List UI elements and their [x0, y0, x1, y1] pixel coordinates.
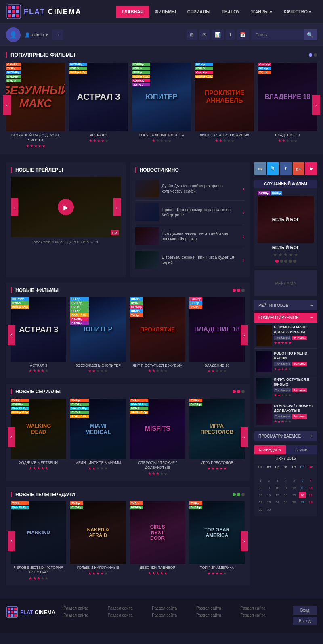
cal-day[interactable]: 20: [299, 492, 306, 498]
film-card[interactable]: Cam-rip HD-rip TV-rip ВЛАДЕНИЕ 18 ВЛАДЕН…: [189, 297, 245, 373]
cal-day[interactable]: 10: [274, 485, 281, 491]
footer-link[interactable]: Раздел сайта: [63, 606, 108, 610]
calendar-tab[interactable]: КАЛЕНДАРЬ: [254, 445, 286, 454]
commented-item[interactable]: РОБОТ ПО ИМЕНИ ЧАППИ Трейлеры Фильмы ★★★…: [254, 349, 317, 375]
cal-day[interactable]: 15: [257, 492, 264, 498]
cal-day[interactable]: 21: [307, 492, 315, 498]
footer-logo[interactable]: FLAT CINEMA: [6, 606, 55, 618]
chart-icon-button[interactable]: 📊: [212, 29, 224, 40]
cal-day[interactable]: 24: [274, 499, 281, 506]
cal-day[interactable]: 30: [265, 506, 273, 513]
footer-link[interactable]: Раздел сайта: [152, 613, 196, 617]
film-card[interactable]: HD-rip DVDRip DVD-9 BDRip BDRip 720p CAM…: [70, 297, 126, 373]
cal-day[interactable]: 3: [274, 477, 281, 484]
cal-day[interactable]: 4: [282, 477, 289, 484]
serial-card[interactable]: TVRip DVDRip Web-DLRip BDRip 720p WALKIN…: [11, 399, 66, 476]
cal-day[interactable]: 22: [257, 499, 264, 506]
newfilms-prev-button[interactable]: ‹: [8, 325, 15, 345]
footer-link[interactable]: Раздел сайта: [240, 613, 285, 617]
nav-tvshow[interactable]: ТВ-ШОУ: [216, 6, 245, 18]
movie-card[interactable]: Cam-rip HD-rip TV-rip ВЛАДЕНИЕ 18 ВЛАДЕН…: [258, 63, 317, 148]
tv-next-button[interactable]: ›: [241, 531, 248, 551]
cal-day[interactable]: 26: [290, 499, 298, 506]
nav-genres[interactable]: ЖАНРЫ ▾: [245, 6, 278, 18]
footer-link[interactable]: Раздел сайта: [196, 613, 241, 617]
tv-card[interactable]: TVRip DVDRip NAKED &AFRAID ГОЛЫЕ И НАПУГ…: [70, 501, 126, 581]
cal-day[interactable]: 19: [290, 492, 298, 498]
footer-link[interactable]: Раздел сайта: [152, 606, 196, 610]
serial-card[interactable]: TVRip DVDRip ИГРА ПРЕСТОЛОВ ИГРА ПРЕСТОЛ…: [189, 399, 245, 476]
viewed-header[interactable]: ПРОСМАТРИВАЕМОЕ +: [254, 431, 317, 441]
youtube-button[interactable]: ▶: [305, 162, 317, 175]
search-input[interactable]: [251, 30, 304, 40]
news-item[interactable]: Вин Дизель назвал место действия восьмог…: [135, 224, 245, 248]
news-item[interactable]: Привет Трансформеров расскажет о Кибертр…: [135, 201, 245, 224]
cal-day[interactable]: 13: [299, 485, 306, 491]
nav-serials[interactable]: СЕРИАЛЫ: [182, 6, 216, 18]
cal-day[interactable]: 23: [265, 499, 273, 506]
movie-card[interactable]: HDTVRip DVD-5 BDRip 720p АСТРАЛ 3 АСТРАЛ…: [69, 63, 128, 148]
cal-day[interactable]: 11: [282, 485, 289, 491]
mail-icon-button[interactable]: ✉: [199, 29, 210, 40]
vk-button[interactable]: вк: [254, 162, 266, 175]
movie-card[interactable]: DVDRip DVD-9 BDRip BDRip 720p CAMRip SAT…: [132, 63, 191, 148]
commented-header[interactable]: КОММЕНТИРУЕМОЕ −: [254, 313, 317, 323]
facebook-button[interactable]: f: [280, 162, 292, 175]
cal-day[interactable]: 18: [282, 492, 289, 498]
newfilms-next-button[interactable]: ›: [241, 325, 248, 345]
logout-footer-button[interactable]: Выход: [293, 617, 317, 625]
play-button[interactable]: ▶: [58, 199, 74, 215]
cal-day[interactable]: 17: [274, 492, 281, 498]
cal-day[interactable]: 6: [299, 477, 306, 484]
popular-prev-button[interactable]: ‹: [3, 95, 11, 115]
cal-day[interactable]: 25: [282, 499, 289, 506]
random-film-poster[interactable]: БЕЛЫЙ БОГ: [258, 196, 314, 243]
cal-day[interactable]: 9: [265, 485, 273, 491]
search-button[interactable]: 🔍: [304, 29, 317, 40]
grid-icon-button[interactable]: ⊞: [187, 29, 197, 40]
cal-day[interactable]: 16: [265, 492, 273, 498]
footer-link[interactable]: Раздел сайта: [63, 613, 108, 617]
footer-link[interactable]: Раздел сайта: [196, 606, 241, 610]
info-icon-button[interactable]: ℹ: [226, 29, 235, 40]
tv-card[interactable]: TVRip DVDRip GIRLSNEXTDOOR ДЕВОЧКИ ПЛЕЙБ…: [130, 501, 185, 581]
archive-tab[interactable]: АРХИВ: [286, 445, 317, 454]
trailer-next-button[interactable]: ›: [113, 198, 121, 216]
serials-prev-button[interactable]: ‹: [8, 427, 15, 447]
cal-day[interactable]: 5: [290, 477, 298, 484]
film-card[interactable]: HD-rip DVD-9 Cam-rip HD-rip TV-rip ПРОКЛ…: [130, 297, 185, 373]
footer-link[interactable]: Раздел сайта: [108, 613, 152, 617]
nav-home[interactable]: ГЛАВНАЯ: [116, 6, 149, 18]
cal-day[interactable]: 12: [290, 485, 298, 491]
cal-day[interactable]: 28: [307, 499, 315, 506]
cal-day[interactable]: 27: [299, 499, 306, 506]
nav-quality[interactable]: КАЧЕСТВО ▾: [278, 6, 317, 18]
serial-card[interactable]: TVRip DVDRip Web-DLRip DVD-9 BDRip 720p …: [70, 399, 126, 476]
logo[interactable]: FLAT FLAT CINEMACINEMA: [6, 4, 82, 19]
trailer-prev-button[interactable]: ‹: [11, 198, 18, 216]
twitter-button[interactable]: 𝕏: [267, 162, 279, 175]
serials-next-button[interactable]: ›: [241, 427, 248, 447]
film-card[interactable]: HDTVRip DVD-5 BDRip 720p АСТРАЛ 3 АСТРАЛ…: [11, 297, 66, 373]
cal-day[interactable]: 8: [257, 485, 264, 491]
logout-button[interactable]: →: [52, 29, 63, 40]
rating-header[interactable]: РЕЙТИНГОВОЕ +: [254, 300, 317, 310]
tv-card[interactable]: TVRip Web-DLRip MANKIND ЧЕЛОВЕЧЕСТВО: ИС…: [11, 501, 66, 581]
cal-day[interactable]: [307, 470, 315, 476]
news-item[interactable]: Дуэйн Джонсон побил рекорд по количеству…: [135, 177, 245, 201]
cal-day[interactable]: 14: [307, 485, 315, 491]
serial-card[interactable]: TVRip Web-DLRip DVD-9 BDRip 720p MISFITS…: [130, 399, 185, 476]
footer-link[interactable]: Раздел сайта: [108, 606, 152, 610]
commented-item[interactable]: ЛИФТ: ОСТАТЬСЯ В ЖИВЫХ Трейлеры Фильмы ★…: [254, 375, 317, 401]
login-button[interactable]: Вход: [293, 606, 317, 615]
tv-prev-button[interactable]: ‹: [8, 531, 15, 551]
cal-day[interactable]: 2: [265, 477, 273, 484]
cal-day[interactable]: 29: [257, 506, 264, 513]
calendar-icon-button[interactable]: 📅: [237, 29, 249, 40]
news-item[interactable]: В третьем сезоне Твин Пикса будет 18 сер…: [135, 248, 245, 272]
nav-films[interactable]: ФИЛЬМЫ: [149, 6, 182, 18]
cal-day[interactable]: [299, 470, 306, 476]
footer-link[interactable]: Раздел сайта: [240, 606, 285, 610]
movie-card[interactable]: CAMRip TVRip HDTVRip DVDRip DVD-5 БЕЗУМН…: [6, 63, 65, 148]
gplus-button[interactable]: g+: [293, 162, 304, 175]
